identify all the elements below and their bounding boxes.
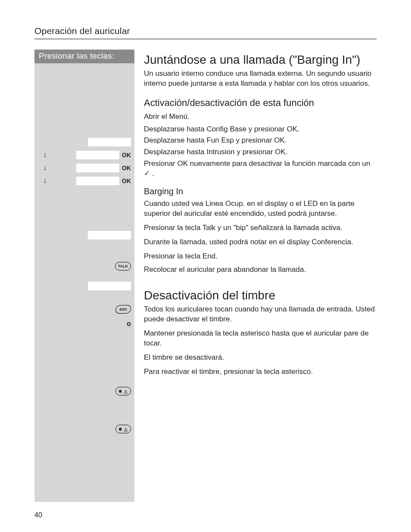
manual-page: Operación del auricular Presionar las te… <box>0 0 411 532</box>
paragraph: Cuando usted vea Linea Ocup. en el displ… <box>144 199 377 219</box>
paragraph: Presionar la tecla Talk y un "bip" señal… <box>144 223 377 233</box>
paragraph: Recolocar el auricular para abandonar la… <box>144 265 377 275</box>
key-row-intrusion: ↓ OK <box>34 175 131 187</box>
paragraph: Un usuario interno conduce una llamada e… <box>144 69 377 89</box>
key-row-end: END <box>34 304 131 315</box>
menu-placeholder <box>76 177 119 185</box>
paragraph: Durante la llamada, usted podrá notar en… <box>144 237 377 247</box>
running-header: Operación del auricular <box>34 26 377 39</box>
heading-activation: Activación/desactivación de esta función <box>144 96 377 109</box>
paragraph: Desplazarse hasta Intrusion y presionar … <box>144 147 377 157</box>
ok-label: OK <box>122 152 131 159</box>
paragraph: Para reactivar el timbre, presionar la t… <box>144 367 377 377</box>
end-key-icon: END <box>115 305 132 314</box>
paragraph: Desplazarse hasta Fun Esp y presionar OK… <box>144 136 377 146</box>
asterisk-key-icon: ✱ △ <box>115 387 131 395</box>
down-arrow-icon: ↓ <box>43 151 47 159</box>
menu-placeholder <box>88 138 131 146</box>
two-column-layout: Presionar las teclas: ↓ OK ↓ OK ↓ <box>34 50 377 502</box>
ok-label: OK <box>122 177 131 184</box>
paragraph: Desplazarse hasta Config Base y presiona… <box>144 124 377 134</box>
heading-barging: Juntándose a una llamada ("Barging In") <box>144 52 377 67</box>
asterisk-key-icon: ✱ △ <box>115 425 131 433</box>
page-number: 40 <box>34 511 42 519</box>
key-row-menu <box>34 137 131 148</box>
menu-placeholder <box>88 282 131 290</box>
down-arrow-icon: ↓ <box>43 177 47 185</box>
content-column: Juntándose a una llamada ("Barging In") … <box>134 50 377 502</box>
ok-label: OK <box>122 165 131 171</box>
key-column-header: Presionar las teclas: <box>34 50 134 63</box>
key-row-config-base: ↓ OK <box>34 149 131 161</box>
key-row-conferencia <box>34 280 131 292</box>
key-row-linea-ocup <box>34 230 131 241</box>
key-row-talk: TALK <box>34 261 131 272</box>
paragraph: El timbre se desactivará. <box>144 353 377 363</box>
paragraph: Presionar la tecla End. <box>144 252 377 261</box>
talk-key-icon: TALK <box>115 262 131 271</box>
paragraph: Presionar OK nuevamente para desactivar … <box>144 159 377 179</box>
down-arrow-icon: ↓ <box>43 164 47 172</box>
paragraph: Mantener presionada la tecla asterisco h… <box>144 329 377 348</box>
paragraph: Todos los auriculares tocan cuando hay u… <box>144 305 377 324</box>
menu-placeholder <box>76 151 119 159</box>
heading-ringer-off: Desactivación del timbre <box>144 288 377 303</box>
key-column: Presionar las teclas: ↓ OK ↓ OK ↓ <box>34 50 134 502</box>
menu-placeholder <box>88 231 131 240</box>
menu-placeholder <box>76 164 119 172</box>
key-row-fun-esp: ↓ OK <box>34 162 131 174</box>
or-label: o <box>127 320 131 328</box>
key-row-star-hold: ✱ △ <box>34 386 131 397</box>
key-row-star-press: ✱ △ <box>34 423 131 435</box>
heading-barging-in: Barging In <box>144 186 377 197</box>
key-row-o: o <box>34 318 131 330</box>
paragraph: Abrir el Menú. <box>144 112 377 122</box>
